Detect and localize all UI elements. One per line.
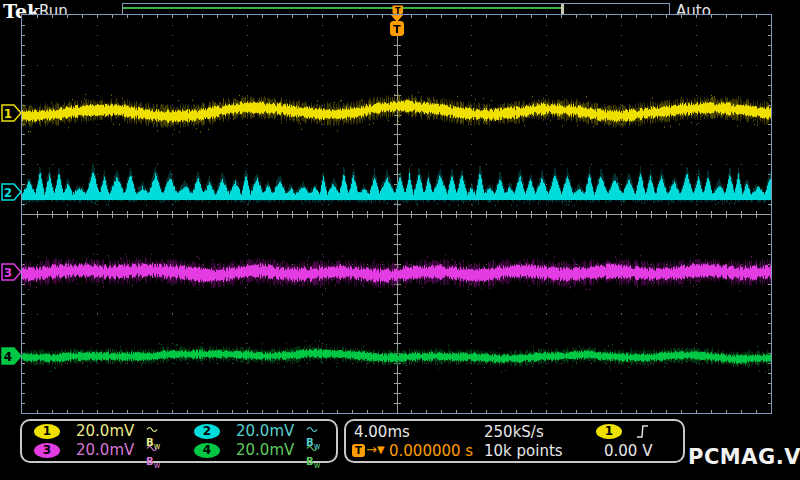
trigger-t-badge[interactable]: T [352, 444, 365, 457]
sample-rate: 250kS/s [484, 423, 544, 441]
waveform-display [22, 15, 771, 413]
ac-coupling-icon [146, 425, 158, 434]
channel-2-badge[interactable]: 2 [194, 424, 220, 439]
record-span-line [123, 7, 562, 9]
channel-readouts-panel: 1 20.0mV Bw 2 20.0mV Bw 3 20.0mV Bw 4 20… [20, 419, 338, 463]
svg-text:2: 2 [4, 186, 12, 200]
svg-text:3: 3 [4, 266, 12, 280]
rising-slope-icon [636, 424, 649, 439]
channel-1-badge[interactable]: 1 [34, 424, 60, 439]
bw-limit-icon: B [306, 456, 314, 467]
ac-coupling-icon [146, 444, 158, 453]
channel-3-marker[interactable]: 3 [1, 263, 22, 281]
down-marker-icon: ▼ [377, 444, 385, 455]
trigger-level-readout: 0.00 V [604, 442, 652, 460]
svg-text:1: 1 [4, 107, 12, 121]
channel-4-marker[interactable]: 4 [1, 347, 22, 365]
trigger-point-flag[interactable]: T [388, 15, 406, 38]
trigger-t-glyph: T [393, 23, 401, 36]
channel-4-badge[interactable]: 4 [194, 443, 220, 458]
watermark: PCMAG.VN [688, 445, 800, 469]
channel-4-coupling-icons: Bw [306, 443, 320, 471]
ac-coupling-icon [306, 425, 318, 434]
ac-coupling-icon [306, 444, 318, 453]
channel-3-coupling-icons: Bw [146, 443, 160, 471]
channel-3-scale: 20.0mV [76, 441, 134, 459]
channel-4-scale: 20.0mV [236, 441, 294, 459]
trigger-position-readout: 0.000000 s [389, 442, 473, 460]
timebase-scale[interactable]: 4.00ms [354, 423, 410, 441]
channel-2-scale: 20.0mV [236, 422, 294, 440]
trigger-source-badge[interactable]: 1 [596, 424, 622, 439]
channel-3-badge[interactable]: 3 [34, 443, 60, 458]
svg-text:4: 4 [4, 350, 12, 364]
oscilloscope-screen: Tek Run Auto T T 1 2 [0, 0, 800, 480]
channel-1-scale: 20.0mV [76, 422, 134, 440]
channel-2-marker[interactable]: 2 [1, 183, 22, 201]
record-length: 10k points [484, 442, 563, 460]
channel-1-marker[interactable]: 1 [1, 104, 22, 122]
horizontal-trigger-panel: 4.00ms 250kS/s 1 T → ▼ 0.000000 s 10k po… [344, 419, 685, 463]
bw-limit-icon: B [146, 456, 154, 467]
window-bracket [561, 4, 564, 14]
arrow-right-icon: → [366, 442, 377, 457]
